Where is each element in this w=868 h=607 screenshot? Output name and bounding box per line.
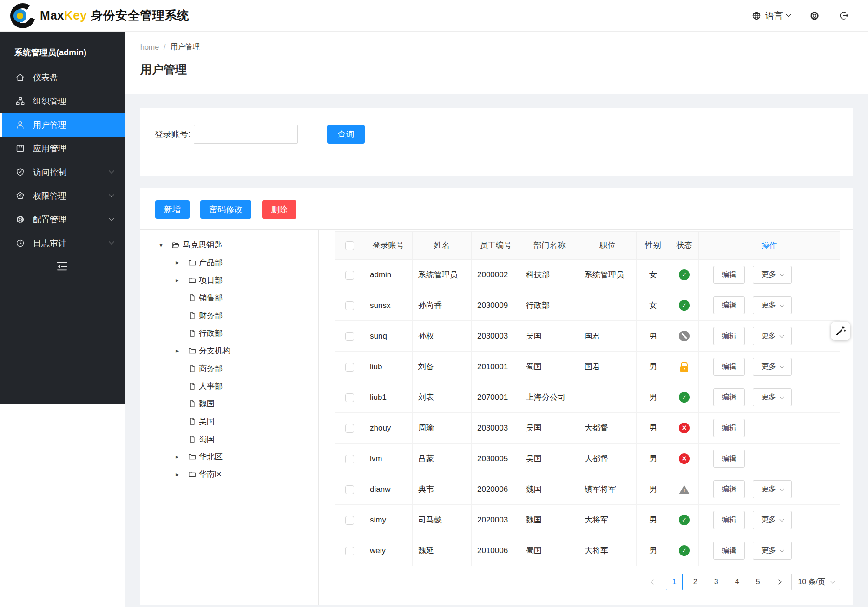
cell-gender: 男: [637, 413, 670, 444]
table-row: simy 司马懿 2020003 魏国 大将军 男 编辑: [335, 505, 840, 535]
row-checkbox[interactable]: [345, 332, 354, 341]
cell-department: 上海分公司: [520, 382, 579, 413]
sidebar-item-label: 仪表盘: [33, 72, 58, 83]
pagination-prev-icon[interactable]: [645, 574, 662, 590]
query-button[interactable]: 查询: [327, 125, 365, 144]
cell-position: 大将军: [579, 505, 637, 535]
pagination-page-4[interactable]: 4: [729, 574, 745, 590]
menu-fold-icon[interactable]: [55, 260, 69, 273]
language-menu[interactable]: 语言: [751, 10, 790, 22]
caret-down-icon[interactable]: ▾: [159, 241, 171, 248]
sidebar-item-access-control[interactable]: 访问控制: [0, 160, 125, 184]
edit-button[interactable]: 编辑: [713, 266, 745, 284]
cell-department: 吴国: [520, 321, 579, 352]
select-all-checkbox[interactable]: [345, 241, 354, 250]
caret-right-icon[interactable]: ▸: [176, 347, 188, 354]
cell-department: 魏国: [520, 505, 579, 535]
row-checkbox[interactable]: [345, 301, 354, 310]
cell-department: 魏国: [520, 474, 579, 505]
caret-right-icon[interactable]: ▸: [176, 259, 188, 266]
tree-node[interactable]: 销售部: [140, 289, 318, 307]
edit-button[interactable]: 编辑: [713, 542, 745, 560]
tree-node[interactable]: 商务部: [140, 359, 318, 377]
page-size-select[interactable]: 10 条/页: [791, 574, 840, 590]
pagination-page-2[interactable]: 2: [687, 574, 704, 590]
chevron-down-icon: [109, 239, 114, 244]
caret-right-icon[interactable]: ▸: [176, 276, 188, 284]
pagination-page-5[interactable]: 5: [750, 574, 766, 590]
cell-account: sunq: [364, 321, 413, 352]
table-row: zhouy 周瑜 2030003 吴国 大都督 男 编辑: [335, 413, 840, 444]
breadcrumb-home[interactable]: home: [140, 43, 159, 52]
col-position: 职位: [579, 232, 637, 260]
globe-icon: [751, 11, 762, 21]
row-checkbox[interactable]: [345, 516, 354, 525]
change-password-button[interactable]: 密码修改: [200, 200, 251, 219]
more-button[interactable]: 更多: [753, 480, 792, 498]
tree-node[interactable]: ▸ 分支机构: [140, 342, 318, 359]
tree-node[interactable]: ▸ 产品部: [140, 254, 318, 271]
more-button[interactable]: 更多: [753, 266, 792, 284]
cell-account: liub1: [364, 382, 413, 413]
row-checkbox[interactable]: [345, 485, 354, 494]
tree-node[interactable]: 吴国: [140, 412, 318, 430]
edit-button[interactable]: 编辑: [713, 296, 745, 314]
row-checkbox[interactable]: [345, 393, 354, 402]
sidebar-item-permissions[interactable]: 权限管理: [0, 184, 125, 208]
cell-position: 国君: [579, 321, 637, 352]
tree-node[interactable]: 魏国: [140, 395, 318, 412]
edit-button[interactable]: 编辑: [713, 388, 745, 406]
more-button[interactable]: 更多: [753, 358, 792, 376]
tree-node[interactable]: ▸ 华南区: [140, 465, 318, 483]
sidebar-item-dashboard[interactable]: 仪表盘: [0, 65, 125, 89]
tree-node[interactable]: 财务部: [140, 307, 318, 324]
row-checkbox[interactable]: [345, 363, 354, 372]
row-checkbox[interactable]: [345, 547, 354, 555]
cell-position: 大都督: [579, 413, 637, 444]
table-row: sunsx 孙尚香 2030009 行政部 女 编辑: [335, 290, 840, 321]
logout-button[interactable]: [839, 10, 849, 21]
settings-button[interactable]: [809, 10, 820, 21]
row-checkbox[interactable]: [345, 424, 354, 433]
more-button[interactable]: 更多: [753, 388, 792, 406]
tree-node[interactable]: 人事部: [140, 377, 318, 395]
sidebar-item-audit-logs[interactable]: 日志审计: [0, 231, 125, 255]
tree-node[interactable]: ▸ 华北区: [140, 448, 318, 465]
delete-button[interactable]: 删除: [262, 200, 296, 219]
file-icon: [188, 382, 197, 391]
more-button[interactable]: 更多: [753, 511, 792, 529]
caret-right-icon[interactable]: ▸: [176, 453, 188, 460]
caret-right-icon[interactable]: ▸: [176, 470, 188, 478]
row-checkbox[interactable]: [345, 455, 354, 463]
more-button[interactable]: 更多: [753, 296, 792, 314]
pagination-next-icon[interactable]: [770, 574, 787, 590]
table-row: liub1 刘表 2070001 上海分公司 男 编辑: [335, 382, 840, 413]
file-icon: [188, 417, 197, 426]
clock-icon: [15, 238, 25, 248]
edit-button[interactable]: 编辑: [713, 327, 745, 345]
login-account-input[interactable]: [194, 125, 298, 144]
more-button[interactable]: 更多: [753, 542, 792, 560]
edit-button[interactable]: 编辑: [713, 450, 745, 468]
sidebar-item-organization[interactable]: 组织管理: [0, 89, 125, 113]
sidebar-item-users[interactable]: 用户管理: [0, 113, 125, 137]
cell-position: 大都督: [579, 444, 637, 474]
sidebar-item-configuration[interactable]: 配置管理: [0, 208, 125, 231]
edit-button[interactable]: 编辑: [713, 358, 745, 376]
tree-node[interactable]: 行政部: [140, 324, 318, 342]
edit-button[interactable]: 编辑: [713, 419, 745, 437]
more-button[interactable]: 更多: [753, 327, 792, 345]
row-checkbox[interactable]: [345, 271, 354, 280]
tree-node[interactable]: 蜀国: [140, 430, 318, 448]
edit-button[interactable]: 编辑: [713, 480, 745, 498]
sidebar-item-applications[interactable]: 应用管理: [0, 137, 125, 160]
cell-account: dianw: [364, 474, 413, 505]
add-button[interactable]: 新增: [155, 200, 190, 219]
file-icon: [188, 311, 197, 320]
tree-node[interactable]: ▸ 项目部: [140, 271, 318, 289]
pagination-page-1[interactable]: 1: [666, 574, 683, 590]
tree-node-root[interactable]: ▾ 马克思钥匙: [140, 236, 318, 254]
maxkey-logo-icon: [10, 3, 35, 28]
edit-button[interactable]: 编辑: [713, 511, 745, 529]
pagination-page-3[interactable]: 3: [708, 574, 724, 590]
